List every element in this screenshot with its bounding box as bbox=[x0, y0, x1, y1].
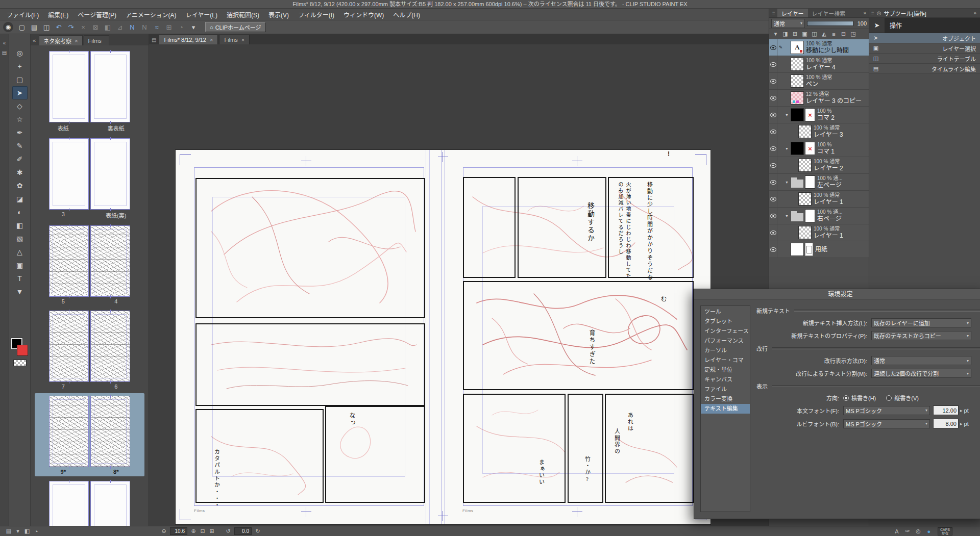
frame-border-tool[interactable]: ▣ bbox=[12, 259, 28, 272]
preference-select[interactable]: 通常 ▾ bbox=[871, 356, 971, 365]
tab-layer[interactable]: レイヤー bbox=[777, 9, 808, 17]
layer-row[interactable]: 100 % 通常 レイヤー 2 bbox=[769, 157, 869, 174]
layer-move-tool[interactable]: ◇ bbox=[12, 99, 28, 113]
delete-layer-icon[interactable]: ⊟ bbox=[840, 31, 847, 37]
pen-tool[interactable]: ✒ bbox=[12, 126, 28, 139]
layer-row[interactable]: 100 % 通常 レイヤー 1 bbox=[769, 191, 869, 208]
actual-size-icon[interactable]: ⊞ bbox=[207, 528, 216, 534]
layer-row[interactable]: ▼ 100 % コマ 2 bbox=[769, 107, 869, 123]
visibility-eye-icon[interactable] bbox=[769, 191, 777, 207]
page-manager-tab[interactable]: ネタ案考察 × bbox=[39, 35, 82, 45]
font-select[interactable]: MS Pゴシック ▾ bbox=[843, 419, 930, 428]
page-spread-thumbnail[interactable]: 表紙 裏表紙 bbox=[35, 48, 144, 134]
sync-orb-icon[interactable]: ● bbox=[924, 528, 934, 534]
layer-row[interactable]: ▼ 100 % 通... 右ページ bbox=[769, 208, 869, 224]
expand-triangle-icon[interactable]: ▼ bbox=[784, 214, 790, 218]
visibility-eye-icon[interactable] bbox=[769, 56, 777, 72]
visibility-eye-icon[interactable] bbox=[769, 140, 777, 157]
layer-row[interactable]: 12 % 通常 レイヤー 3 のコピー bbox=[769, 90, 869, 107]
close-icon[interactable]: × bbox=[75, 38, 78, 44]
page-spread-thumbnail[interactable]: 3 表紙(裏) bbox=[35, 136, 144, 221]
visibility-eye-icon[interactable] bbox=[769, 123, 777, 140]
eyedropper-tool[interactable]: ▼ bbox=[12, 285, 28, 298]
page-manager-tab[interactable]: Films bbox=[84, 35, 109, 45]
menu-item[interactable]: ヘルプ(H) bbox=[388, 10, 425, 19]
preferences-category-item[interactable]: パフォーマンス bbox=[701, 336, 750, 346]
layer-row[interactable]: 100 % 通常 レイヤー 3 bbox=[769, 123, 869, 140]
visibility-eye-icon[interactable] bbox=[769, 73, 777, 89]
zoom-in-icon[interactable]: ⊕ bbox=[189, 528, 198, 534]
redo-icon[interactable]: ↷ bbox=[65, 21, 77, 33]
layer-row[interactable]: 100 % 通常 ペン bbox=[769, 73, 869, 90]
direction-radio[interactable]: 縦書き(V) bbox=[886, 394, 919, 402]
dialog-title[interactable]: 環境設定 bbox=[694, 289, 980, 299]
brush-tool[interactable]: ✐ bbox=[12, 152, 28, 166]
layer-row[interactable]: 100 % 通常 レイヤー 1 bbox=[769, 224, 869, 241]
preference-select[interactable]: 既存のテキストからコピー ▾ bbox=[871, 331, 971, 340]
font-select[interactable]: MS Pゴシック ▾ bbox=[843, 406, 930, 415]
menu-item[interactable]: 編集(E) bbox=[43, 10, 73, 19]
preferences-category-item[interactable]: キャンバス bbox=[701, 375, 750, 385]
layer-row[interactable]: ✎ 100 % 通常 移動に少し時間 bbox=[769, 39, 869, 56]
move-tool[interactable]: + bbox=[12, 60, 28, 73]
airbrush-tool[interactable]: ✱ bbox=[12, 166, 28, 179]
new-layer-icon[interactable]: ▣ bbox=[801, 31, 808, 37]
status-chevron-icon[interactable]: ▾ bbox=[13, 528, 22, 534]
panel-menu-icon[interactable]: ≡ bbox=[770, 10, 777, 16]
layer-row[interactable]: ▼ 100 % コマ 1 bbox=[769, 140, 869, 157]
font-size-input[interactable]: 12.00 bbox=[933, 405, 959, 415]
zoom-out-icon[interactable]: ⊖ bbox=[159, 528, 168, 534]
preferences-category-item[interactable]: タブレット bbox=[701, 317, 750, 326]
gradient-tool[interactable]: ▧ bbox=[12, 232, 28, 245]
text-tool[interactable]: T bbox=[12, 272, 28, 285]
status-grid-icon[interactable]: ▤ bbox=[4, 528, 13, 534]
preferences-category-item[interactable]: 定規・単位 bbox=[701, 365, 750, 375]
spinner-icon[interactable]: ▸ bbox=[960, 408, 963, 413]
two-pane-icon[interactable]: ◳ bbox=[849, 31, 857, 37]
palette-option-icon[interactable]: ▾ bbox=[772, 31, 779, 37]
zoom-value[interactable]: 10.6 bbox=[170, 527, 187, 535]
pen-pressure-icon[interactable]: ✑ bbox=[903, 528, 912, 534]
transparent-color-swatch[interactable] bbox=[13, 360, 27, 366]
subtool-item[interactable]: ◫ ライトテーブル bbox=[869, 54, 980, 64]
visibility-eye-icon[interactable] bbox=[769, 174, 777, 190]
save-file-icon[interactable]: ◫ bbox=[41, 21, 52, 33]
dock-collapse-icon[interactable]: « bbox=[3, 40, 6, 46]
rotate-left-icon[interactable]: ↺ bbox=[224, 528, 233, 534]
rotate-value[interactable]: 0.0 bbox=[234, 527, 252, 535]
transfer-below-icon[interactable]: ⊞ bbox=[791, 31, 799, 37]
subtool-group-operate[interactable]: ➤ 操作 bbox=[869, 18, 980, 33]
tab-layer-search[interactable]: レイヤー検索 bbox=[808, 9, 850, 17]
menu-item[interactable]: ページ管理(P) bbox=[73, 10, 121, 19]
panel-collapse-icon[interactable]: « bbox=[33, 37, 36, 43]
combine-below-icon[interactable]: ◨ bbox=[781, 31, 789, 37]
blend-mode-select[interactable]: 通常 ▾ bbox=[771, 19, 805, 28]
snap-special-ruler-icon[interactable]: N bbox=[139, 21, 150, 33]
visibility-eye-icon[interactable] bbox=[769, 241, 777, 258]
menu-item[interactable]: アニメーション(A) bbox=[121, 10, 181, 19]
document-tab[interactable]: Films* 8/12, 9/12 × bbox=[159, 35, 218, 44]
fill-tool[interactable]: ◧ bbox=[12, 219, 28, 232]
subtool-item[interactable]: ▣ レイヤー選択 bbox=[869, 43, 980, 54]
fit-screen-icon[interactable]: ⊡ bbox=[198, 528, 207, 534]
light-table-icon[interactable]: ⊞ bbox=[163, 21, 175, 33]
subtool-item[interactable]: ▤ タイムライン編集 bbox=[869, 64, 980, 74]
preferences-category-item[interactable]: レイヤー・コマ bbox=[701, 355, 750, 365]
chevron-right-icon[interactable]: » bbox=[863, 10, 868, 16]
page-spread-thumbnail[interactable]: 5 4 bbox=[35, 223, 144, 306]
clip-mask-icon[interactable]: ◭ bbox=[820, 31, 828, 37]
menu-item[interactable]: 表示(V) bbox=[264, 10, 293, 19]
expand-triangle-icon[interactable]: ▼ bbox=[784, 113, 790, 117]
shape-tool[interactable]: △ bbox=[12, 245, 28, 259]
delete-selection-icon[interactable]: × bbox=[78, 21, 89, 33]
font-size-input[interactable]: 8.00 bbox=[933, 419, 959, 428]
subtool-item[interactable]: ➤ オブジェクト bbox=[869, 33, 980, 43]
menu-item[interactable]: 選択範囲(S) bbox=[222, 10, 264, 19]
scale-selection-icon[interactable]: ⊿ bbox=[114, 21, 126, 33]
layer-row[interactable]: 用紙 bbox=[769, 241, 869, 258]
visibility-eye-icon[interactable] bbox=[769, 107, 777, 123]
eraser-tool[interactable]: ◪ bbox=[12, 192, 28, 206]
csp-logo-icon[interactable]: ◉ bbox=[3, 22, 13, 32]
close-icon[interactable]: × bbox=[210, 37, 213, 43]
menu-item[interactable]: レイヤー(L) bbox=[181, 10, 222, 19]
